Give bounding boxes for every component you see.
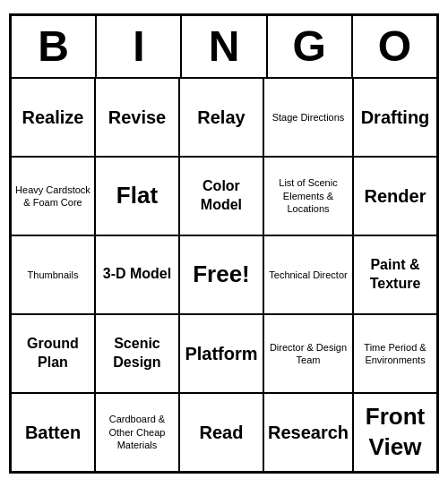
cell-text-18: Director & Design Team (268, 341, 349, 367)
cell-text-3: Stage Directions (272, 111, 345, 124)
bingo-cell-19: Time Period & Environments (353, 314, 437, 393)
bingo-cell-9: Render (353, 157, 437, 235)
bingo-cell-23: Research (263, 393, 353, 472)
cell-text-1: Revise (108, 106, 167, 129)
cell-text-24: Front View (358, 402, 433, 463)
bingo-cell-1: Revise (95, 78, 179, 157)
cell-text-7: Color Model (184, 177, 259, 215)
bingo-letter-g: G (267, 15, 352, 78)
cell-text-11: 3-D Model (103, 265, 171, 284)
cell-text-14: Paint & Texture (358, 256, 433, 294)
cell-text-0: Realize (22, 106, 84, 129)
bingo-letter-b: B (11, 15, 96, 78)
cell-text-9: Render (365, 184, 426, 208)
cell-text-12: Free! (193, 260, 250, 290)
cell-text-13: Technical Director (269, 269, 347, 281)
bingo-letter-i: I (96, 15, 181, 78)
bingo-cell-8: List of Scenic Elements & Locations (263, 157, 353, 235)
cell-text-5: Heavy Cardstock & Foam Core (15, 184, 90, 209)
cell-text-8: List of Scenic Elements & Locations (268, 176, 349, 215)
bingo-cell-11: 3-D Model (95, 235, 179, 314)
bingo-cell-7: Color Model (179, 157, 263, 235)
bingo-cell-4: Drafting (353, 78, 437, 157)
cell-text-10: Thumbnails (28, 269, 79, 281)
cell-text-6: Flat (116, 181, 158, 211)
bingo-cell-2: Relay (179, 78, 263, 157)
bingo-cell-10: Thumbnails (11, 235, 95, 314)
bingo-letter-n: N (181, 15, 266, 78)
bingo-letter-o: O (352, 15, 437, 78)
bingo-cell-21: Cardboard & Other Cheap Materials (95, 393, 179, 472)
bingo-cell-13: Technical Director (263, 235, 353, 314)
cell-text-16: Scenic Design (99, 335, 175, 372)
cell-text-4: Drafting (361, 106, 430, 129)
bingo-cell-17: Platform (179, 314, 263, 393)
bingo-cell-15: Ground Plan (11, 314, 95, 393)
cell-text-17: Platform (185, 342, 257, 365)
cell-text-20: Batten (25, 421, 81, 444)
cell-text-21: Cardboard & Other Cheap Materials (99, 413, 175, 451)
cell-text-19: Time Period & Environments (358, 341, 433, 367)
bingo-cell-18: Director & Design Team (263, 314, 353, 393)
bingo-header: BINGO (11, 15, 437, 78)
bingo-cell-16: Scenic Design (95, 314, 179, 393)
bingo-cell-12: Free! (179, 235, 263, 314)
cell-text-15: Ground Plan (15, 335, 90, 372)
bingo-cell-22: Read (179, 393, 263, 472)
bingo-cell-3: Stage Directions (263, 78, 353, 157)
bingo-card: BINGO RealizeReviseRelayStage Directions… (9, 13, 439, 474)
bingo-cell-20: Batten (11, 393, 95, 472)
cell-text-2: Relay (197, 106, 245, 129)
bingo-grid: RealizeReviseRelayStage DirectionsDrafti… (11, 78, 437, 472)
bingo-cell-5: Heavy Cardstock & Foam Core (11, 157, 95, 235)
bingo-cell-14: Paint & Texture (353, 235, 437, 314)
cell-text-22: Read (200, 421, 244, 444)
bingo-cell-0: Realize (11, 78, 95, 157)
bingo-cell-24: Front View (353, 393, 437, 472)
bingo-cell-6: Flat (95, 157, 179, 235)
cell-text-23: Research (268, 421, 349, 444)
